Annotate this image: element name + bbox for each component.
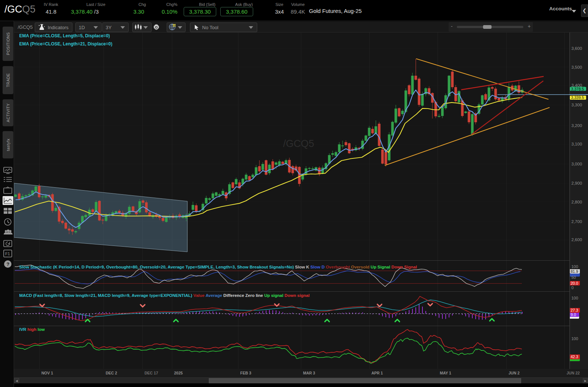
svg-text:3,339.5: 3,339.5 — [571, 95, 584, 100]
svg-text:100: 100 — [571, 296, 578, 300]
svg-text:81.9: 81.9 — [571, 269, 578, 274]
svg-text:3,000: 3,000 — [571, 162, 582, 166]
svg-text:20.0: 20.0 — [571, 281, 578, 285]
svg-text:F1: F1 — [5, 251, 10, 256]
svg-text:/GCQ5: /GCQ5 — [283, 138, 314, 149]
svg-text:3,200: 3,200 — [571, 123, 582, 128]
svg-text:100: 100 — [571, 264, 578, 269]
svg-text:3,378.5: 3,378.5 — [571, 87, 584, 91]
svg-text:3,300: 3,300 — [571, 103, 582, 107]
svg-text:MACD (Fast length=8, Slow leng: MACD (Fast length=8, Slow length=21, MAC… — [19, 293, 310, 298]
svg-text:?: ? — [7, 261, 10, 267]
svg-text:0: 0 — [571, 285, 574, 290]
svg-text:2,600: 2,600 — [571, 237, 582, 242]
svg-text:2,700: 2,700 — [571, 219, 582, 224]
svg-text:2,800: 2,800 — [571, 200, 582, 204]
svg-text:EMA (Price=CLOSE, Length=21, D: EMA (Price=CLOSE, Length=21, Displace=0) — [19, 41, 112, 47]
svg-text:3,100: 3,100 — [571, 142, 582, 146]
svg-text:2,900: 2,900 — [571, 181, 582, 185]
svg-text:Slow Stochastic (K Period=14,: Slow Stochastic (K Period=14, D Period=9… — [19, 265, 417, 269]
svg-text:100: 100 — [571, 336, 578, 341]
svg-text:IVR high low: IVR high low — [19, 327, 45, 332]
svg-text:3,600: 3,600 — [571, 46, 582, 51]
svg-text:3,500: 3,500 — [571, 65, 582, 69]
svg-text:50: 50 — [571, 275, 576, 280]
svg-text:42.3: 42.3 — [571, 355, 578, 359]
svg-text:9.0: 9.0 — [571, 312, 576, 317]
svg-text:27.3: 27.3 — [571, 308, 578, 312]
svg-text:EMA (Price=CLOSE, Length=5, Di: EMA (Price=CLOSE, Length=5, Displace=0) — [19, 33, 110, 38]
